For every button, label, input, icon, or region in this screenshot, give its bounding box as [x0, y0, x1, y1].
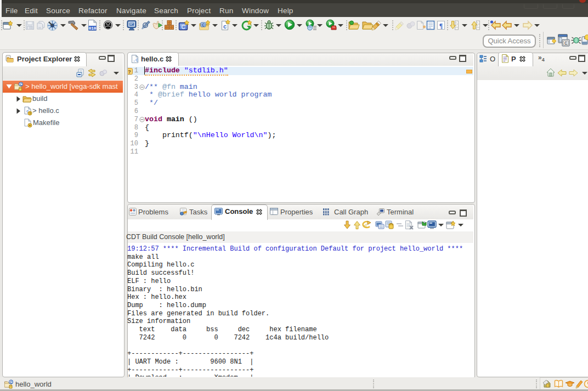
- svg-text:c: c: [223, 23, 227, 30]
- svg-text:010: 010: [89, 26, 97, 31]
- svg-text:C: C: [181, 24, 185, 30]
- svg-text:C: C: [564, 41, 567, 45]
- svg-text:C: C: [20, 83, 22, 86]
- svg-text:¶: ¶: [439, 22, 443, 30]
- svg-text:C: C: [10, 381, 13, 384]
- svg-text:C: C: [202, 23, 205, 27]
- svg-text:.c: .c: [133, 58, 138, 63]
- svg-text:?: ?: [29, 112, 31, 115]
